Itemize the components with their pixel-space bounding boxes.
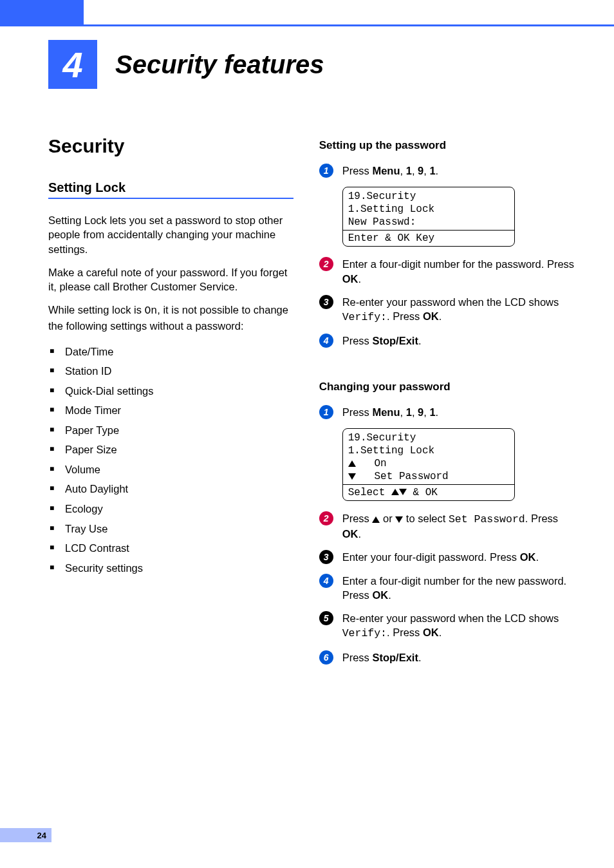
list-item: Station ID <box>65 361 293 381</box>
text: While setting lock is <box>48 304 144 316</box>
lcd-display-setup: 19.Security 1.Setting Lock New Passwd: E… <box>342 187 515 247</box>
lcd-line: Select & OK <box>348 486 509 499</box>
key-1: 1 <box>429 165 435 176</box>
menu-key: Menu <box>372 406 400 418</box>
chapter-heading: 4 Security features <box>48 40 324 89</box>
change-step-4: 4 Enter a four-digit number for the new … <box>319 574 575 603</box>
list-item: Tray Use <box>65 519 293 539</box>
text: Re-enter your password when the LCD show… <box>342 612 559 624</box>
key-1: 1 <box>429 406 435 418</box>
step-badge-6: 6 <box>319 650 333 665</box>
lcd-line: 19.Security <box>348 190 509 203</box>
step-badge-3: 3 <box>319 295 333 309</box>
stop-exit-key: Stop/Exit <box>372 335 418 346</box>
verify-literal: Verify: <box>342 627 387 639</box>
text: , <box>400 406 406 418</box>
header-stripe <box>0 24 614 26</box>
text: . Press <box>525 513 558 524</box>
text: . <box>439 627 442 638</box>
text: or <box>380 513 395 524</box>
text: . <box>358 273 361 285</box>
text: Set Password <box>374 471 448 482</box>
text: Re-enter your password when the LCD show… <box>342 296 559 308</box>
text: Select <box>348 487 391 498</box>
step-badge-1: 1 <box>319 405 333 419</box>
intro-paragraph-1: Setting Lock lets you set a password to … <box>48 213 293 256</box>
change-step-5: 5 Re-enter your password when the LCD sh… <box>319 611 575 641</box>
on-literal: On <box>144 305 157 317</box>
list-item: Quick-Dial settings <box>65 381 293 401</box>
set-password-literal: Set Password <box>449 513 525 525</box>
down-arrow-icon <box>399 489 407 495</box>
lcd-line: On <box>348 457 509 470</box>
text: . <box>439 310 442 322</box>
step-badge-3: 3 <box>319 550 333 564</box>
list-item: Security settings <box>65 558 293 578</box>
step-text: Press Stop/Exit. <box>342 650 575 665</box>
setting-up-heading: Setting up the password <box>319 139 575 152</box>
key-1: 1 <box>406 406 412 418</box>
ok-key: OK <box>423 310 439 322</box>
up-arrow-icon <box>372 516 380 523</box>
text: . <box>358 528 361 540</box>
up-arrow-icon <box>391 489 399 495</box>
stop-exit-key: Stop/Exit <box>372 652 418 663</box>
step-text: Press Menu, 1, 9, 1. <box>342 405 575 419</box>
text: On <box>374 458 386 469</box>
text: Press <box>342 165 373 176</box>
text: , <box>412 406 418 418</box>
menu-key: Menu <box>372 165 400 176</box>
step-text: Enter your four-digit password. Press OK… <box>342 550 575 564</box>
lcd-divider <box>343 230 514 231</box>
ok-key: OK <box>342 273 358 285</box>
ok-key: OK <box>423 627 439 638</box>
step-text: Re-enter your password when the LCD show… <box>342 295 575 325</box>
text: . Press <box>387 310 423 322</box>
list-item: Auto Daylight <box>65 479 293 499</box>
intro-paragraph-2: Make a careful note of your password. If… <box>48 265 293 294</box>
step-text: Re-enter your password when the LCD show… <box>342 611 575 641</box>
list-item: Volume <box>65 460 293 480</box>
step-badge-2: 2 <box>319 257 333 271</box>
list-item: Paper Type <box>65 420 293 440</box>
list-item: Mode Timer <box>65 401 293 420</box>
verify-literal: Verify: <box>342 311 387 323</box>
lcd-line: Set Password <box>348 470 509 483</box>
down-arrow-icon <box>395 516 403 523</box>
section-title: Security <box>48 135 293 157</box>
settings-list: Date/Time Station ID Quick-Dial settings… <box>48 342 293 578</box>
header-band <box>0 0 84 24</box>
change-step-1: 1 Press Menu, 1, 9, 1. <box>319 405 575 419</box>
down-arrow-icon <box>348 473 356 480</box>
up-arrow-icon <box>348 460 356 467</box>
chapter-number-badge: 4 <box>48 40 97 89</box>
step-text: Press Stop/Exit. <box>342 334 575 348</box>
lcd-display-change: 19.Security 1.Setting Lock On Set Passwo… <box>342 428 515 501</box>
list-item: Paper Size <box>65 440 293 460</box>
lcd-line: 19.Security <box>348 431 509 444</box>
text: , <box>412 165 418 176</box>
lcd-line: 1.Setting Lock <box>348 444 509 457</box>
text: . <box>535 551 539 563</box>
lcd-line: Enter & OK Key <box>348 232 509 245</box>
step-text: Enter a four-digit number for the new pa… <box>342 574 575 603</box>
lcd-line: 1.Setting Lock <box>348 203 509 216</box>
list-item: Date/Time <box>65 342 293 362</box>
step-text: Enter a four-digit number for the passwo… <box>342 257 575 286</box>
step-badge-4: 4 <box>319 574 333 588</box>
list-item: LCD Contrast <box>65 538 293 558</box>
key-9: 9 <box>418 406 423 418</box>
step-text: Press or to select Set Password. Press O… <box>342 511 575 542</box>
change-step-3: 3 Enter your four-digit password. Press … <box>319 550 575 564</box>
text: . <box>388 589 391 601</box>
text: Enter your four-digit password. Press <box>342 551 520 563</box>
list-item: Ecology <box>65 499 293 519</box>
text: Press <box>342 335 373 346</box>
subsection-heading: Setting Lock <box>48 180 293 199</box>
ok-key: OK <box>520 551 536 563</box>
text: . <box>418 652 422 663</box>
text: Press <box>342 652 373 663</box>
change-step-2: 2 Press or to select Set Password. Press… <box>319 511 575 542</box>
text: Press <box>342 406 373 418</box>
key-1: 1 <box>406 165 412 176</box>
